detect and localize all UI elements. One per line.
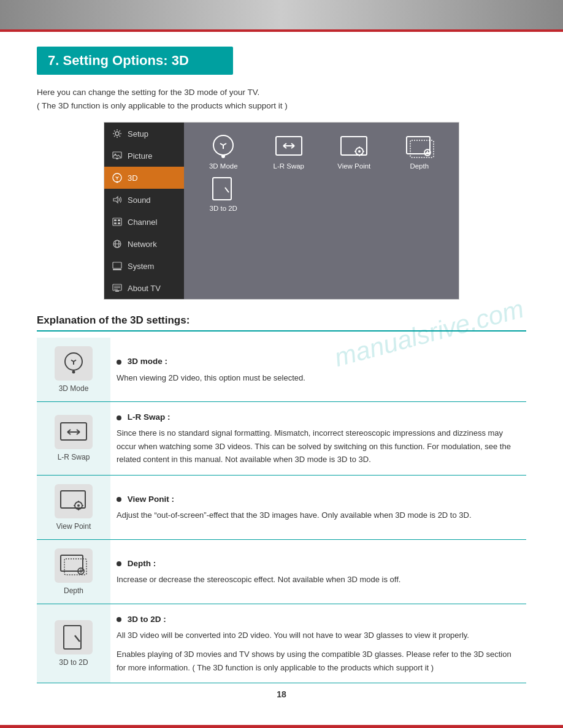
- picture-icon: [112, 150, 123, 161]
- svg-rect-3: [116, 158, 118, 159]
- table-row: 3D to 2D 3D to 2D : All 3D video will be…: [37, 604, 526, 683]
- tv-main-area: 3D Mode L-R Swap: [184, 123, 459, 299]
- term-viewpoint: View Ponit :: [117, 493, 520, 506]
- depth-icon-sq: [55, 548, 93, 583]
- tv-grid-3dto2d-label: 3D to 2D: [210, 205, 237, 212]
- term-3dmode: 3D mode :: [117, 355, 520, 368]
- sound-icon: [112, 194, 123, 205]
- settings-table: 3D Mode 3D mode : When viewing 2D video,…: [37, 338, 526, 683]
- depth-grid-icon: [404, 134, 435, 159]
- gear-icon: [112, 128, 123, 139]
- svg-rect-14: [113, 262, 121, 268]
- svg-rect-6: [113, 218, 121, 226]
- section-title: 7. Setting Options: 3D: [37, 47, 233, 75]
- sidebar-label-system: System: [128, 262, 154, 271]
- sidebar-item-abouttv[interactable]: About TV: [104, 277, 184, 299]
- svg-rect-40: [61, 491, 85, 508]
- sidebar-item-sound[interactable]: Sound: [104, 189, 184, 211]
- explanation-heading: Explanation of the 3D settings:: [37, 314, 526, 332]
- 3dto2d-icon-sq: [55, 620, 93, 654]
- desc-cell-viewpoint: View Ponit : Adjust the “out-of-screen”-…: [110, 475, 526, 539]
- tv-grid-row2: 3D to 2D: [193, 176, 450, 212]
- sidebar-label-abouttv: About TV: [128, 284, 161, 293]
- table-row: View Point View Ponit : Adjust the “out-…: [37, 475, 526, 539]
- icon-box-3dto2d: 3D to 2D: [43, 620, 104, 667]
- icon-cell-viewpoint: View Point: [37, 475, 110, 539]
- lrswap-icon-sq: [55, 415, 93, 449]
- system-icon: [112, 260, 123, 271]
- sidebar-label-sound: Sound: [128, 195, 151, 205]
- icon-cell-lrswap: L-R Swap: [37, 402, 110, 476]
- bullet-viewpoint: [117, 497, 121, 502]
- desc-cell-3dmode: 3D mode : When viewing 2D video, this op…: [110, 338, 526, 402]
- sidebar-item-channel[interactable]: Channel: [104, 211, 184, 233]
- sidebar-label-channel: Channel: [128, 218, 157, 227]
- icon-box-depth: Depth: [43, 548, 104, 595]
- tv-grid-viewpoint-label: View Point: [337, 162, 370, 170]
- 3dto2d-icon-label: 3D to 2D: [59, 658, 88, 667]
- table-row: Depth Depth : Increase or decrease the s…: [37, 539, 526, 604]
- svg-rect-52: [64, 626, 81, 649]
- svg-point-42: [77, 504, 80, 507]
- tv-grid-row1: 3D Mode L-R Swap: [193, 134, 450, 170]
- desc-cell-3dto2d: 3D to 2D : All 3D video will be converte…: [110, 604, 526, 683]
- svg-rect-17: [115, 290, 119, 292]
- table-row: L-R Swap L-R Swap : Since there is no st…: [37, 402, 526, 476]
- network-icon: [112, 238, 123, 249]
- sidebar-item-system[interactable]: System: [104, 255, 184, 277]
- svg-rect-7: [114, 219, 117, 221]
- sidebar-label-picture: Picture: [128, 151, 152, 161]
- tv-grid-depth: Depth: [389, 134, 451, 170]
- svg-rect-10: [118, 222, 120, 224]
- tv-grid-viewpoint: View Point: [323, 134, 385, 170]
- sidebar-item-3d[interactable]: 3D: [104, 167, 184, 189]
- desc-cell-depth: Depth : Increase or decrease the stereos…: [110, 539, 526, 604]
- table-row: 3D Mode 3D mode : When viewing 2D video,…: [37, 338, 526, 402]
- svg-marker-5: [113, 197, 118, 203]
- svg-point-26: [358, 150, 361, 153]
- 3dmode-grid-icon: [207, 134, 239, 159]
- svg-rect-36: [213, 178, 231, 200]
- sidebar-item-setup[interactable]: Setup: [104, 123, 184, 145]
- term-depth: Depth :: [117, 557, 520, 571]
- svg-point-22: [221, 154, 225, 158]
- sidebar-label-3d: 3D: [128, 173, 138, 183]
- term-lrswap: L-R Swap :: [117, 411, 520, 424]
- tv-grid-3dmode-label: 3D Mode: [209, 162, 238, 170]
- depth-icon-label: Depth: [64, 586, 83, 595]
- lrswap-icon-label: L-R Swap: [58, 453, 90, 461]
- svg-rect-15: [113, 269, 121, 270]
- icon-box-viewpoint: View Point: [43, 484, 104, 531]
- tv-grid-depth-label: Depth: [410, 162, 429, 170]
- icon-cell-3dmode: 3D Mode: [37, 338, 110, 402]
- tv-grid-lrswap: L-R Swap: [258, 134, 320, 170]
- tv-grid-3dmode: 3D Mode: [193, 134, 255, 170]
- sidebar-item-picture[interactable]: Picture: [104, 145, 184, 167]
- bullet-depth: [117, 561, 121, 566]
- 3d-icon: [112, 172, 123, 183]
- bullet-3dto2d: [117, 617, 121, 622]
- 3dmode-icon-label: 3D Mode: [59, 384, 89, 393]
- svg-rect-8: [118, 219, 120, 221]
- sidebar-label-network: Network: [128, 240, 157, 249]
- tv-grid-3dto2d: 3D to 2D: [193, 176, 255, 212]
- tv-grid-lrswap-label: L-R Swap: [274, 162, 305, 170]
- bottom-bar: [0, 725, 563, 728]
- 3dto2d-grid-icon: [207, 176, 239, 202]
- bullet-lrswap: [117, 415, 121, 420]
- bullet-3dmode: [117, 360, 121, 365]
- lrswap-grid-icon: [273, 134, 305, 159]
- svg-point-4: [117, 181, 118, 183]
- channel-icon: [112, 216, 123, 227]
- icon-box-3dmode: 3D Mode: [43, 346, 104, 393]
- term-3dto2d: 3D to 2D :: [117, 613, 520, 626]
- viewpoint-grid-icon: [338, 134, 370, 159]
- tv-menu-screenshot: Setup Picture: [104, 122, 459, 300]
- top-bar: [0, 0, 563, 32]
- sidebar-item-network[interactable]: Network: [104, 233, 184, 255]
- icon-cell-depth: Depth: [37, 539, 110, 604]
- desc-cell-lrswap: L-R Swap : Since there is no standard si…: [110, 402, 526, 476]
- tv-sidebar: Setup Picture: [104, 123, 184, 299]
- abouttv-icon: [112, 282, 123, 294]
- svg-point-0: [115, 132, 119, 135]
